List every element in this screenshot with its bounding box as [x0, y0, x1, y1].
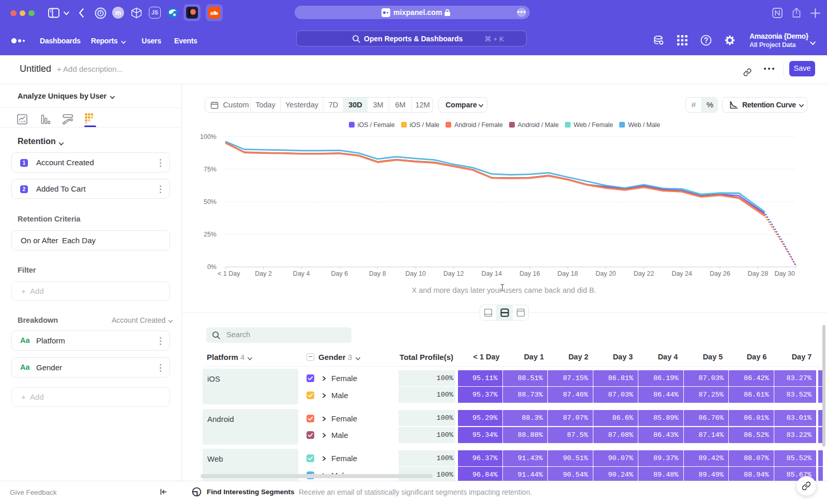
svg-text:100%: 100%	[200, 133, 217, 140]
svg-text:Day 30: Day 30	[774, 270, 795, 277]
svg-text:Day 6: Day 6	[331, 270, 348, 277]
svg-text:Day 22: Day 22	[634, 270, 654, 277]
svg-text:75%: 75%	[204, 166, 217, 173]
svg-text:Day 2: Day 2	[255, 270, 272, 277]
svg-text:Day 12: Day 12	[443, 270, 464, 277]
svg-text:0%: 0%	[207, 263, 217, 271]
svg-text:Day 16: Day 16	[519, 270, 540, 277]
svg-text:Day 28: Day 28	[748, 270, 769, 277]
svg-text:Day 8: Day 8	[369, 270, 386, 277]
svg-text:< 1 Day: < 1 Day	[218, 270, 240, 277]
svg-text:Day 18: Day 18	[558, 270, 578, 277]
svg-text:Day 20: Day 20	[595, 270, 616, 277]
svg-text:Day 24: Day 24	[671, 270, 692, 277]
svg-text:25%: 25%	[204, 231, 217, 238]
svg-text:Day 10: Day 10	[405, 270, 426, 277]
svg-text:Day 4: Day 4	[293, 270, 310, 277]
svg-text:Day 14: Day 14	[481, 270, 502, 277]
svg-text:Day 26: Day 26	[710, 270, 730, 277]
svg-text:50%: 50%	[204, 198, 217, 206]
